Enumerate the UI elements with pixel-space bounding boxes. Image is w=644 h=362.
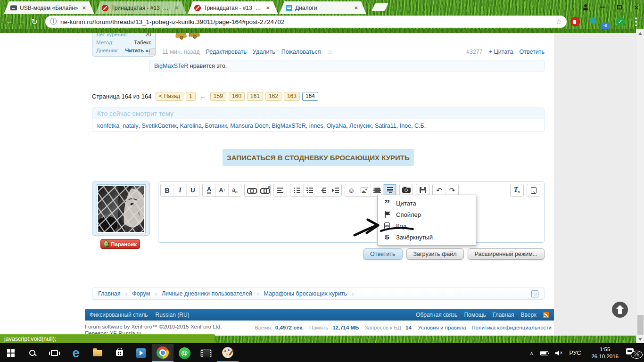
breadcrumb-marathons[interactable]: Марафоны бросающих курить (264, 290, 347, 297)
font-size-button[interactable]: A (215, 184, 228, 196)
italic-button[interactable]: I (173, 184, 186, 196)
rss-icon[interactable] (543, 312, 549, 318)
taskbar-edge[interactable]: e (65, 344, 87, 362)
star-icon[interactable]: ☆ (327, 48, 333, 56)
upload-file-button[interactable]: Загрузить файл (406, 248, 464, 260)
edit-link[interactable]: Редактировать (206, 49, 247, 55)
open-quick-nav-icon[interactable] (531, 290, 538, 297)
profile-person-icon[interactable] (582, 3, 589, 11)
menu-item-quote[interactable]: ” Цитата (378, 197, 476, 209)
menu-item-spoiler[interactable]: Спойлер (378, 209, 476, 220)
page-scrollbar[interactable] (636, 29, 644, 343)
start-button[interactable] (0, 344, 22, 362)
taskbar-chrome-active[interactable] (152, 344, 173, 362)
pagination-back-button[interactable]: < Назад (156, 92, 183, 101)
report-link[interactable]: Пожаловаться (281, 49, 321, 55)
action-center-button[interactable]: 25 (623, 344, 644, 362)
reload-icon[interactable]: ↻ (28, 17, 41, 27)
viewer-user-link[interactable]: BigMaxSTeR (269, 123, 306, 129)
avatar[interactable] (97, 184, 146, 233)
check-extension-icon[interactable]: ✓ (616, 17, 625, 26)
pagination-page-button[interactable]: 161 (247, 92, 263, 101)
privacy-link[interactable]: Политика конфиденциальности (471, 325, 552, 330)
viewer-user-link[interactable]: Karolina (177, 123, 202, 129)
taskbar-movies[interactable] (130, 344, 152, 362)
viewer-user-link[interactable]: Satira11 (372, 123, 396, 129)
remove-formatting-button[interactable]: Tx (511, 184, 523, 196)
viewer-user-link[interactable]: Ботаник (202, 123, 227, 129)
tray-expand-chevron-icon[interactable]: ∧ (526, 350, 537, 356)
style-chooser-link[interactable]: Фиксированный стиль (90, 312, 148, 318)
menu-item-strikethrough[interactable]: S Зачёркнутый (378, 231, 476, 243)
scrollbar-thumb[interactable] (637, 315, 644, 335)
url-text[interactable]: ne-kurim.ru/forum/threads/13_1-pobeg-iz-… (60, 18, 556, 25)
signup-marathon-button[interactable]: ЗАПИСАТЬСЯ В СТОДНЕВКУ БРОСАЮЩИХ КУРИТЬ (223, 149, 414, 166)
breadcrumb-diaries[interactable]: Личные дневники пользователей (162, 290, 252, 297)
numbered-list-button[interactable] (303, 184, 316, 196)
pagination-page-button[interactable]: 160 (229, 92, 245, 101)
pagination-page-button[interactable]: 163 (284, 92, 300, 101)
tab-thread-1[interactable]: Тринадцатая - #13_1 По × (95, 1, 187, 14)
insert-link-button[interactable] (245, 184, 257, 196)
read-diary-link[interactable]: Читать »» (125, 47, 151, 55)
viewer-user-link[interactable]: Ленусик (346, 123, 372, 129)
delete-link[interactable]: Удалить (253, 49, 275, 55)
scroll-to-top-button[interactable] (612, 302, 628, 318)
post-number-link[interactable]: #3277 (466, 49, 483, 55)
indent-button[interactable] (329, 184, 341, 196)
liker-username-link[interactable]: BigMaxSTeR (154, 63, 188, 69)
tab-thread-2-active[interactable]: Тринадцатая - #13_1 По × (188, 1, 278, 14)
pagination-page-button[interactable]: 159 (210, 92, 226, 101)
reply-link[interactable]: Ответить (520, 49, 545, 55)
viewer-user-link[interactable]: OlyaNa (323, 123, 347, 129)
smilies-button[interactable]: ☺ (345, 184, 358, 196)
advanced-mode-button[interactable]: Расширенный режим... (468, 248, 545, 260)
menu-item-code[interactable]: <> Код (378, 220, 476, 231)
tab-close-icon[interactable]: × (353, 5, 359, 11)
task-view-button[interactable] (43, 344, 65, 362)
taskbar-paint[interactable] (217, 344, 239, 362)
tab-close-icon[interactable]: × (265, 5, 271, 11)
taskbar-video-app[interactable] (195, 344, 217, 362)
forward-icon[interactable]: → (16, 17, 28, 26)
bookmark-star-icon[interactable]: ☆ (556, 17, 562, 26)
bold-button[interactable]: B (161, 184, 173, 196)
viewer-user-link[interactable]: С.Б. (411, 123, 426, 129)
breadcrumb-forum[interactable]: Форум (132, 290, 150, 297)
scroll-down-arrow-icon[interactable] (638, 338, 642, 341)
remove-link-button[interactable]: × (257, 184, 270, 196)
quote-link[interactable]: + Цитата (489, 49, 513, 55)
font-family-button[interactable]: aa (228, 184, 241, 196)
text-color-button[interactable]: A (203, 184, 215, 196)
top-link[interactable]: Вверх (521, 312, 537, 318)
post-timestamp-link[interactable]: 11 мин. назад (162, 49, 200, 55)
viewer-user-link[interactable]: Inoe (396, 123, 411, 129)
viewer-user-link[interactable]: Mansura Doch (227, 123, 268, 129)
taskbar-search-button[interactable] (22, 344, 43, 362)
tab-close-icon[interactable]: × (81, 5, 87, 11)
help-link[interactable]: Помощь (464, 312, 486, 318)
taskbar-clock[interactable]: 1:55 26.10.2016 (586, 346, 623, 360)
address-bar[interactable]: ⓘ ne-kurim.ru/forum/threads/13_1-pobeg-i… (45, 16, 567, 28)
language-chooser-link[interactable]: Russian (RU) (156, 312, 190, 318)
scroll-up-arrow-icon[interactable] (638, 32, 642, 35)
language-indicator[interactable]: РУС (563, 350, 586, 356)
teal-extension-icon[interactable] (590, 17, 596, 24)
reply-button[interactable]: Ответить (363, 248, 402, 260)
adblock-extension-icon[interactable] (570, 17, 580, 26)
browser-menu-icon[interactable] (635, 17, 637, 26)
taskbar-mailru-agent[interactable]: @ (173, 344, 195, 362)
terms-link[interactable]: Условия и правила (418, 325, 466, 330)
tab-dialogs[interactable]: Диалоги × (279, 1, 366, 14)
viewer-user-link[interactable]: konfetka_nataly (97, 123, 139, 129)
new-tab-button[interactable] (372, 3, 388, 11)
page-info-icon[interactable]: ⓘ (50, 17, 57, 26)
viewer-user-link[interactable]: innes (306, 123, 323, 129)
alignment-button[interactable] (274, 184, 287, 196)
maximize-button[interactable] (616, 3, 623, 11)
contact-link[interactable]: Обратная связь (416, 312, 457, 318)
volume-muted-icon[interactable] (555, 350, 561, 356)
pagination-page-button[interactable]: 162 (265, 92, 281, 101)
tab-usb-modem[interactable]: USB-модем «Билайн» × (4, 1, 94, 14)
battery-icon[interactable] (540, 351, 548, 355)
